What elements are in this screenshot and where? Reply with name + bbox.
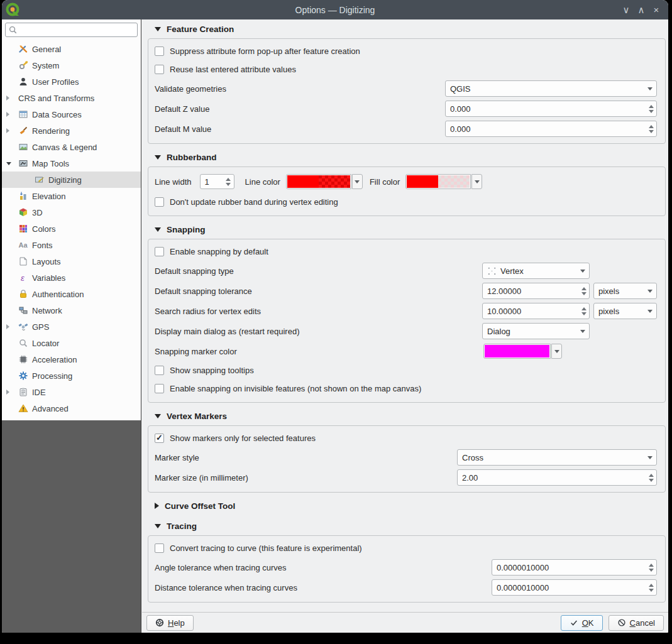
sidebar-item-rendering[interactable]: Rendering (2, 123, 141, 139)
section-snapping-header[interactable]: Snapping (148, 222, 666, 236)
line-color-dropdown-button[interactable] (352, 174, 363, 189)
angle-tolerance-label: Angle tolerance when tracing curves (155, 563, 287, 572)
section-vertex-markers-header[interactable]: Vertex Markers (148, 409, 666, 423)
sidebar-item-3d[interactable]: 3D (2, 204, 141, 221)
main-dialog-select[interactable]: Dialog (482, 323, 590, 339)
sidebar-item-fonts[interactable]: AaFonts (2, 237, 141, 253)
cancel-icon (617, 618, 626, 627)
fill-color-dropdown-button[interactable] (471, 174, 482, 189)
chevron-down-icon (647, 87, 653, 90)
ide-icon (18, 387, 32, 397)
spin-arrows[interactable] (646, 121, 656, 136)
section-title: Vertex Markers (167, 412, 227, 421)
chevron-down-icon (580, 270, 585, 273)
sidebar-item-gps[interactable]: GPS (2, 319, 141, 335)
enable-snapping-checkbox[interactable] (155, 247, 164, 256)
sidebar-item-label: Network (32, 306, 62, 315)
sidebar-item-elevation[interactable]: Elevation (2, 188, 141, 204)
search-radius-unit-select[interactable]: pixels (593, 303, 657, 319)
sidebar-item-advanced[interactable]: Advanced (2, 400, 141, 417)
line-width-spinbox[interactable]: 1 (200, 174, 234, 189)
sidebar-item-user-profiles[interactable]: User Profiles (2, 74, 141, 90)
search-radius-spinbox[interactable]: 10.00000 (482, 303, 590, 319)
elevation-icon (18, 191, 32, 201)
section-curve-offset-header[interactable]: Curve Offset Tool (148, 499, 666, 513)
validate-geometries-select[interactable]: QGIS (445, 80, 657, 97)
snapping-tooltips-checkbox[interactable] (155, 366, 164, 375)
tree-collapsed-arrow-icon[interactable] (6, 128, 18, 133)
sidebar-item-map-tools[interactable]: Map Tools (2, 155, 141, 172)
sidebar-item-canvas-legend[interactable]: Canvas & Legend (2, 139, 141, 155)
tree-collapsed-arrow-icon[interactable] (6, 390, 18, 395)
dont-update-rubberband-checkbox[interactable] (155, 197, 164, 207)
cancel-button[interactable]: Cancel (609, 615, 664, 631)
snapping-type-select[interactable]: Vertex (482, 263, 590, 279)
chevron-down-icon (647, 310, 653, 313)
default-z-spinbox[interactable]: 0.000 (445, 101, 657, 117)
window-title: Options — Digitizing (2, 5, 668, 15)
sidebar-item-data-sources[interactable]: Data Sources (2, 106, 141, 123)
sidebar-item-colors[interactable]: Colors (2, 221, 141, 237)
spin-arrows[interactable] (646, 560, 656, 575)
line-color-button[interactable] (286, 174, 351, 189)
section-tracing-header[interactable]: Tracing (148, 519, 666, 533)
spin-arrows[interactable] (223, 175, 234, 188)
reuse-attribute-values-checkbox[interactable] (155, 65, 164, 74)
snapping-marker-color-button[interactable] (483, 344, 551, 359)
spin-arrows[interactable] (646, 101, 656, 116)
fill-color-button[interactable] (405, 174, 471, 189)
tree-expanded-arrow-icon[interactable] (6, 162, 18, 165)
sidebar-item-label: CRS and Transforms (18, 94, 94, 103)
snapping-tolerance-spinbox[interactable]: 12.00000 (482, 283, 590, 299)
sidebar-item-label: GPS (32, 322, 49, 332)
ok-button[interactable]: OK (561, 615, 603, 631)
sidebar-item-digitizing[interactable]: Digitizing (2, 172, 141, 188)
tree-collapsed-arrow-icon[interactable] (6, 112, 18, 117)
sidebar-item-acceleration[interactable]: Acceleration (2, 351, 141, 368)
search-input[interactable] (19, 23, 136, 36)
sidebar-item-label: User Profiles (32, 77, 79, 87)
unshade-button[interactable]: ∧ (636, 4, 647, 16)
snapping-invisible-features-checkbox[interactable] (155, 384, 164, 393)
angle-tolerance-spinbox[interactable]: 0.0000010000 (492, 559, 657, 576)
spin-arrows[interactable] (578, 283, 589, 298)
help-button[interactable]: Help (146, 615, 194, 631)
close-button[interactable]: × (651, 4, 662, 16)
canvas-icon (18, 142, 32, 152)
line-width-label: Line width (155, 177, 192, 187)
marker-style-select[interactable]: Cross (457, 449, 657, 466)
sidebar-item-ide[interactable]: IDE (2, 384, 141, 400)
shade-button[interactable]: ∨ (620, 4, 632, 16)
search-box[interactable] (5, 23, 138, 37)
sidebar-item-authentication[interactable]: Authentication (2, 286, 141, 302)
sidebar-item-system[interactable]: System (2, 57, 141, 74)
suppress-attribute-form-checkbox[interactable] (155, 46, 164, 56)
chevron-down-icon (580, 330, 585, 333)
section-title: Rubberband (167, 153, 217, 162)
snapping-tolerance-unit-select[interactable]: pixels (593, 283, 657, 299)
tree-collapsed-arrow-icon[interactable] (6, 324, 18, 329)
spin-arrows[interactable] (646, 580, 656, 595)
show-markers-selected-checkbox[interactable] (155, 434, 164, 443)
gps-icon (18, 322, 32, 332)
convert-tracing-checkbox[interactable] (155, 543, 164, 553)
marker-size-spinbox[interactable]: 2.00 (457, 469, 657, 486)
sidebar-item-general[interactable]: General (2, 41, 141, 57)
sidebar-item-label: Authentication (32, 290, 84, 299)
sidebar-item-layouts[interactable]: Layouts (2, 253, 141, 270)
spin-arrows[interactable] (578, 303, 589, 319)
default-m-spinbox[interactable]: 0.000 (445, 121, 657, 137)
sidebar-item-crs-transforms[interactable]: CRS and Transforms (2, 90, 141, 106)
section-feature-creation-header[interactable]: Feature Creation (148, 22, 666, 36)
sidebar-item-processing[interactable]: Processing (2, 368, 141, 384)
distance-tolerance-spinbox[interactable]: 0.0000010000 (492, 579, 657, 596)
section-rubberband-header[interactable]: Rubberband (148, 150, 666, 164)
sidebar-item-network[interactable]: Network (2, 302, 141, 319)
titlebar[interactable]: Options — Digitizing ∨ ∧ × (2, 0, 668, 19)
main-dialog-value: Dialog (487, 327, 510, 336)
spin-arrows[interactable] (646, 470, 656, 485)
sidebar-item-locator[interactable]: Locator (2, 335, 141, 351)
tree-collapsed-arrow-icon[interactable] (6, 96, 18, 101)
snapping-marker-color-dropdown-button[interactable] (551, 344, 562, 359)
sidebar-item-variables[interactable]: εVariables (2, 270, 141, 286)
